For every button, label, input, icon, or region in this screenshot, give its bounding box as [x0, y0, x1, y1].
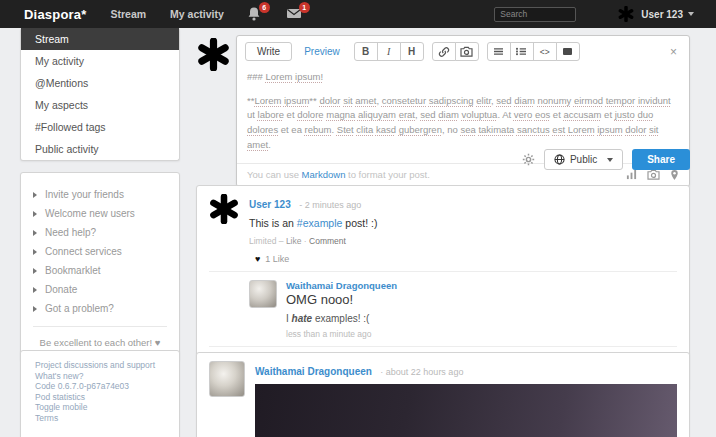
footer-link-discussions[interactable]: Project discussions and support	[35, 360, 165, 371]
poll-icon[interactable]	[626, 169, 637, 180]
bullet-arrow-icon	[33, 230, 37, 236]
heart-icon: ♥	[255, 254, 260, 264]
gear-icon[interactable]	[522, 153, 535, 166]
sidebar-item-need-help[interactable]: Need help?	[21, 223, 179, 242]
post-author-link[interactable]: Waithamai Dragonqueen	[255, 366, 372, 377]
search-input[interactable]	[494, 7, 576, 22]
footer-link-code-version[interactable]: Code 0.6.7.0-p67a74e03	[35, 381, 165, 392]
camera-icon	[460, 46, 473, 57]
globe-icon	[554, 154, 565, 165]
notifications-button[interactable]: 6	[246, 6, 264, 22]
motto-text: Be excellent to each other! ♥	[21, 337, 179, 348]
caret-down-icon	[688, 12, 694, 16]
post-author-avatar-asterisk-icon[interactable]	[209, 194, 239, 224]
markdown-line: ### Lorem ipsum!	[247, 70, 679, 85]
heading-button[interactable]: H	[400, 42, 424, 61]
ordered-list-button[interactable]	[510, 42, 534, 61]
photo-upload-icon[interactable]	[647, 169, 660, 180]
sidebar-item-followed-tags[interactable]: #Followed tags	[21, 116, 179, 138]
post-timestamp[interactable]: - 2 minutes ago	[299, 200, 361, 210]
commenter-avatar[interactable]	[249, 280, 277, 308]
help-links-card: Invite your friends Welcome new users Ne…	[20, 172, 180, 361]
location-icon[interactable]	[670, 169, 679, 181]
sidebar-item-invite-friends[interactable]: Invite your friends	[21, 185, 179, 204]
publisher-actions: Public Share	[522, 149, 690, 170]
visibility-label: Public	[570, 154, 597, 165]
conversations-badge: 1	[299, 2, 310, 13]
divider	[209, 346, 677, 347]
bullet-arrow-icon	[33, 268, 37, 274]
insert-image-button[interactable]	[455, 42, 479, 61]
post-author-link[interactable]: User 123	[249, 199, 291, 210]
conversations-button[interactable]: 1	[286, 6, 304, 22]
user-menu[interactable]: User 123	[618, 6, 694, 22]
quote-button[interactable]	[556, 42, 580, 61]
likes-count: 1 Like	[265, 254, 289, 264]
notifications-badge: 6	[259, 2, 270, 13]
comment-text-line2: I hate examples! :(	[286, 313, 397, 324]
unordered-list-button[interactable]	[487, 42, 511, 61]
link-icon	[438, 46, 450, 58]
markdown-line: **Lorem ipsum** dolor sit amet, consetet…	[247, 94, 679, 153]
list-ol-icon	[516, 47, 527, 56]
stream-post: Waithamai Dragonqueen · about 22 hours a…	[196, 352, 690, 437]
footer-link-terms[interactable]: Terms	[35, 413, 165, 424]
sidebar-item-stream[interactable]: Stream	[21, 28, 179, 50]
footer-link-toggle-mobile[interactable]: Toggle mobile	[35, 402, 165, 413]
comment: Waithamai Dragonqueen OMG nooo! I hate e…	[249, 280, 677, 339]
close-publisher-icon[interactable]: ×	[670, 45, 677, 59]
current-user-avatar-asterisk-icon	[197, 38, 230, 71]
commenter-name-link[interactable]: Waithamai Dragonqueen	[286, 280, 397, 291]
markdown-hint: You can use Markdown to format your post…	[247, 169, 430, 180]
like-link[interactable]: Like	[286, 236, 302, 246]
share-button[interactable]: Share	[632, 149, 690, 170]
nav-link-my-activity[interactable]: My activity	[170, 8, 224, 20]
diaspora-logo[interactable]: Diaspora*	[24, 7, 87, 22]
code-button[interactable]: <>	[533, 42, 557, 61]
post-timestamp[interactable]: · about 22 hours ago	[380, 367, 463, 377]
sidebar-item-my-aspects[interactable]: My aspects	[21, 94, 179, 116]
divider	[209, 271, 677, 272]
sidebar-item-my-activity[interactable]: My activity	[21, 50, 179, 72]
post-author-avatar[interactable]	[209, 361, 245, 397]
top-navbar: Diaspora* Stream My activity 6 1 User 12…	[0, 0, 716, 28]
sidebar-item-welcome-new-users[interactable]: Welcome new users	[21, 204, 179, 223]
quote-icon	[563, 48, 572, 55]
sidebar-item-bookmarklet[interactable]: Bookmarklet	[21, 261, 179, 280]
list-ul-icon	[493, 47, 504, 56]
nav-link-stream[interactable]: Stream	[111, 8, 147, 20]
write-tab[interactable]: Write	[245, 42, 292, 61]
bullet-arrow-icon	[33, 287, 37, 293]
publisher-toolbar: Write Preview B I H	[237, 36, 689, 66]
bullet-arrow-icon	[33, 211, 37, 217]
sidebar-item-connect-services[interactable]: Connect services	[21, 242, 179, 261]
bullet-arrow-icon	[33, 192, 37, 198]
footer-link-whats-new[interactable]: What's new?	[35, 371, 165, 382]
pod-info-card: Project discussions and support What's n…	[20, 350, 180, 437]
bold-button[interactable]: B	[354, 42, 378, 61]
comment-link[interactable]: Comment	[309, 236, 346, 246]
username-label: User 123	[641, 9, 683, 20]
preview-tab[interactable]: Preview	[304, 46, 340, 57]
hashtag-link[interactable]: #example	[297, 217, 343, 229]
comment-text-line1: OMG nooo!	[286, 292, 397, 307]
insert-link-button[interactable]	[432, 42, 456, 61]
visibility-badge: Limited	[249, 236, 276, 246]
footer-link-pod-statistics[interactable]: Pod statistics	[35, 392, 165, 403]
stream-nav-card: Stream My activity @Mentions My aspects …	[20, 28, 180, 161]
bullet-arrow-icon	[33, 306, 37, 312]
post-photo[interactable]	[255, 384, 677, 437]
divider	[33, 326, 167, 327]
sidebar-item-donate[interactable]: Donate	[21, 280, 179, 299]
sidebar-item-got-a-problem[interactable]: Got a problem?	[21, 299, 179, 318]
likes-row[interactable]: ♥ 1 Like	[255, 254, 677, 264]
user-avatar-asterisk-icon	[618, 6, 634, 22]
sidebar-item-mentions[interactable]: @Mentions	[21, 72, 179, 94]
visibility-dropdown[interactable]: Public	[544, 149, 623, 170]
sidebar-item-public-activity[interactable]: Public activity	[21, 138, 179, 160]
italic-button[interactable]: I	[377, 42, 401, 61]
comment-timestamp[interactable]: less than a minute ago	[286, 329, 397, 339]
markdown-help-link[interactable]: Markdown	[302, 169, 346, 180]
post-body-text: This is an #example post! :)	[249, 217, 677, 229]
caret-down-icon	[607, 158, 613, 162]
